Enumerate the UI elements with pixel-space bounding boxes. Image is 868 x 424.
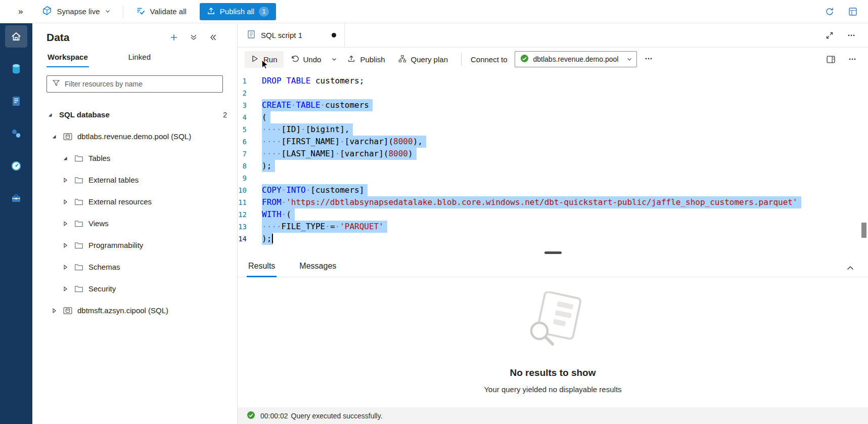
tree-item[interactable]: Views: [32, 213, 237, 234]
panel-splitter[interactable]: [238, 249, 868, 256]
more-actions-icon[interactable]: [848, 55, 857, 64]
refresh-icon[interactable]: [825, 7, 835, 17]
properties-icon[interactable]: [826, 55, 836, 64]
data-hub-icon[interactable]: [5, 58, 27, 80]
chevron-collapsed-icon[interactable]: [62, 199, 69, 205]
chevron-down-icon: [626, 56, 632, 62]
code-line[interactable]: 6····[FIRST_NAME]·[varchar](8000),: [238, 136, 868, 148]
line-number: 3: [238, 99, 262, 111]
query-plan-button[interactable]: Query plan: [392, 51, 454, 68]
main-area: SQL script 1 Run: [238, 23, 868, 424]
table-list-icon[interactable]: [848, 7, 858, 17]
code-line[interactable]: 8);: [238, 160, 868, 172]
tab-linked[interactable]: Linked: [127, 51, 152, 67]
line-content: ····[FIRST_NAME]·[varchar](8000),: [262, 136, 423, 148]
tab-messages[interactable]: Messages: [298, 262, 338, 277]
line-number: 12: [238, 208, 262, 221]
tree-item[interactable]: SQL database2: [32, 104, 237, 125]
mode-switcher[interactable]: Synapse live: [30, 6, 118, 18]
tree-item[interactable]: Security: [32, 278, 237, 300]
code-line[interactable]: 9: [238, 172, 868, 184]
code-line[interactable]: 10COPY·INTO·[customers]: [238, 184, 868, 196]
sql-editor[interactable]: 1DROP TABLE customers;23CREATE·TABLE·cus…: [238, 71, 868, 249]
query-status-bar: 00:00:02 Query executed successfully.: [238, 407, 868, 424]
tree-item[interactable]: dbtlabs.revenue.demo.pool (SQL): [32, 125, 237, 147]
chevron-expanded-icon[interactable]: [62, 155, 69, 161]
expand-editor-icon[interactable]: [826, 31, 834, 39]
editor-scrollbar-thumb[interactable]: [861, 223, 866, 238]
top-bar: » Synapse live Validate all Publish all …: [0, 0, 868, 23]
code-line[interactable]: 12WITH·(: [238, 208, 868, 221]
chevron-collapsed-icon[interactable]: [51, 308, 58, 314]
chevron-collapsed-icon[interactable]: [62, 264, 69, 270]
monitor-hub-icon[interactable]: [5, 155, 27, 177]
tab-workspace[interactable]: Workspace: [47, 51, 89, 67]
code-line[interactable]: 14);: [238, 233, 868, 245]
document-tab-strip: SQL script 1: [238, 23, 868, 48]
line-number: 2: [238, 87, 262, 99]
manage-hub-icon[interactable]: [5, 187, 27, 209]
line-number: 6: [238, 136, 262, 148]
tab-strip-actions: [826, 31, 868, 40]
chevron-up-icon[interactable]: [846, 264, 855, 273]
chevron-collapsed-icon[interactable]: [62, 221, 69, 227]
tree-item[interactable]: Tables: [32, 147, 237, 169]
more-actions-icon[interactable]: [847, 31, 856, 40]
line-number: 1: [238, 75, 262, 87]
item-count-badge: 2: [223, 111, 227, 119]
publish-button[interactable]: Publish: [341, 51, 391, 68]
publish-all-button[interactable]: Publish all 1: [200, 3, 276, 20]
tree-item-label: External tables: [88, 176, 139, 184]
tree-item-label: Security: [88, 284, 116, 293]
nav-expand-button[interactable]: »: [0, 7, 30, 17]
home-icon[interactable]: [5, 25, 27, 48]
tree-item[interactable]: External tables: [32, 169, 237, 191]
code-line[interactable]: 1DROP TABLE customers;: [238, 75, 868, 87]
publish-icon: [347, 55, 355, 64]
develop-hub-icon[interactable]: [5, 90, 27, 112]
folder-icon: [74, 154, 83, 163]
chevron-double-down-icon[interactable]: [190, 33, 198, 41]
run-button[interactable]: Run: [245, 51, 284, 68]
validate-all-button[interactable]: Validate all: [127, 6, 195, 17]
tree-item[interactable]: dbtmsft.azsyn.cipool (SQL): [32, 300, 237, 321]
publish-count-badge: 1: [259, 7, 269, 17]
chevron-collapsed-icon[interactable]: [62, 177, 69, 183]
tab-sql-script[interactable]: SQL script 1: [238, 23, 345, 47]
undo-icon: [291, 55, 299, 64]
undo-button[interactable]: Undo: [285, 51, 328, 68]
query-status-message: Query executed successfully.: [291, 412, 383, 420]
publish-label: Publish: [360, 55, 385, 64]
code-line[interactable]: 5····[ID]·[bigint],: [238, 123, 868, 136]
tab-results[interactable]: Results: [247, 262, 277, 277]
tree-item-label: dbtmsft.azsyn.cipool (SQL): [77, 306, 168, 315]
tree-item[interactable]: Programmability: [32, 234, 237, 256]
filter-input[interactable]: [65, 80, 217, 88]
add-resource-icon[interactable]: [169, 33, 178, 42]
tree-item[interactable]: External resources: [32, 191, 237, 213]
tree-item[interactable]: Schemas: [32, 256, 237, 278]
unsaved-indicator: [332, 33, 336, 37]
line-number: 5: [238, 123, 262, 136]
line-number: 9: [238, 172, 262, 184]
code-line[interactable]: 13····FILE_TYPE·=·'PARQUET': [238, 221, 868, 233]
pool-selector[interactable]: dbtlabs.revenue.demo.pool: [515, 51, 637, 67]
collapse-panel-icon[interactable]: [209, 33, 217, 41]
line-content: ····FILE_TYPE·=·'PARQUET': [262, 221, 384, 233]
code-line[interactable]: 7····[LAST_NAME]·[varchar](8000): [238, 148, 868, 160]
code-line[interactable]: 11FROM·'https://dbtlabsynapsedatalake.bl…: [238, 196, 868, 208]
code-line[interactable]: 3CREATE·TABLE·customers: [238, 99, 868, 111]
toolbar-overflow-icon[interactable]: [638, 51, 659, 68]
chevron-collapsed-icon[interactable]: [62, 242, 69, 248]
splitter-handle-icon[interactable]: [544, 251, 562, 254]
pool-selector-value: dbtlabs.revenue.demo.pool: [533, 55, 619, 63]
mode-label: Synapse live: [57, 7, 100, 16]
chevron-expanded-icon[interactable]: [47, 112, 54, 118]
chevron-collapsed-icon[interactable]: [62, 286, 69, 292]
code-line[interactable]: 2: [238, 87, 868, 99]
undo-dropdown-chevron-icon[interactable]: [328, 53, 340, 66]
chevron-down-icon: [105, 7, 111, 16]
chevron-expanded-icon[interactable]: [51, 134, 58, 140]
code-line[interactable]: 4(: [238, 111, 868, 123]
integrate-hub-icon[interactable]: [5, 122, 27, 145]
